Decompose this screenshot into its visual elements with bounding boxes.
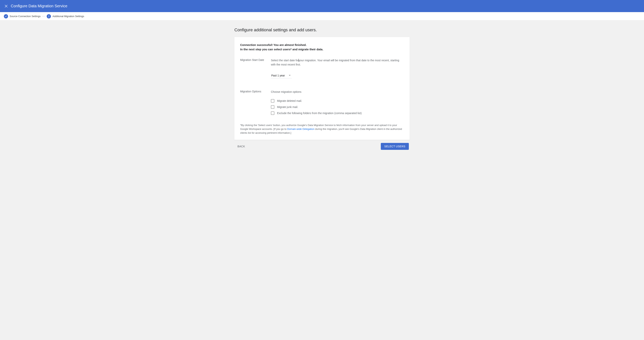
option-migrate-deleted[interactable]: Migrate deleted mail. [271,99,404,102]
intro-text: Connection successful! You are almost fi… [240,43,404,52]
checkbox-label: Exclude the following folders from the m… [277,112,362,115]
step-label: Additional Migration Settings [52,15,84,18]
start-date-help: Select the start date foryour migration.… [271,58,404,67]
section-body: Choose migration options Migrate deleted… [271,90,404,115]
close-icon[interactable] [4,4,8,8]
step-number-badge: 2 [47,14,51,18]
checkbox-icon [271,99,274,102]
checkbox-icon [271,105,274,109]
section-label-options: Migration Options [240,90,267,115]
select-value: Past 1 year [271,74,285,77]
check-icon [4,14,8,18]
select-users-button[interactable]: SELECT USERS [381,143,409,150]
back-button[interactable]: BACK [235,143,247,150]
help-text-prefix: Select the start date for [271,59,299,62]
app-header: Configure Data Migration Service [0,0,644,12]
chevron-down-icon [289,75,291,76]
stepper: Source Connection Settings 2 Additional … [0,12,644,20]
options-help: Choose migration options [271,90,404,94]
intro-line1: Connection successful! You are almost fi… [240,43,404,47]
header-title: Configure Data Migration Service [11,4,68,8]
disclaimer-text: *By clicking the 'Select users' button, … [240,123,404,135]
footer-actions: BACK SELECT USERS [234,143,410,150]
page-container: Configure additional settings and add us… [233,28,411,158]
start-date-select[interactable]: Past 1 year [271,73,292,78]
settings-card: Connection successful! You are almost fi… [234,37,410,140]
domain-wide-delegation-link[interactable]: Domain-wide Delegation [287,128,314,130]
option-migrate-junk[interactable]: Migrate junk mail. [271,105,404,109]
section-migration-options: Migration Options Choose migration optio… [240,90,404,115]
checkbox-label: Migrate junk mail. [277,106,298,108]
checkbox-icon [271,112,274,115]
checkbox-label: Migrate deleted mail. [277,99,302,102]
step-label: Source Connection Settings [10,15,40,18]
section-start-date: Migration Start Date Select the start da… [240,58,404,78]
section-body: Select the start date foryour migration.… [271,58,404,78]
section-label-start-date: Migration Start Date [240,58,267,78]
step-source-connection[interactable]: Source Connection Settings [4,14,40,18]
option-exclude-folders[interactable]: Exclude the following folders from the m… [271,112,404,115]
step-additional-settings[interactable]: 2 Additional Migration Settings [47,14,84,18]
text-cursor [298,59,299,62]
intro-line2: In the next step you can select users* a… [240,47,404,52]
page-heading: Configure additional settings and add us… [234,28,410,32]
